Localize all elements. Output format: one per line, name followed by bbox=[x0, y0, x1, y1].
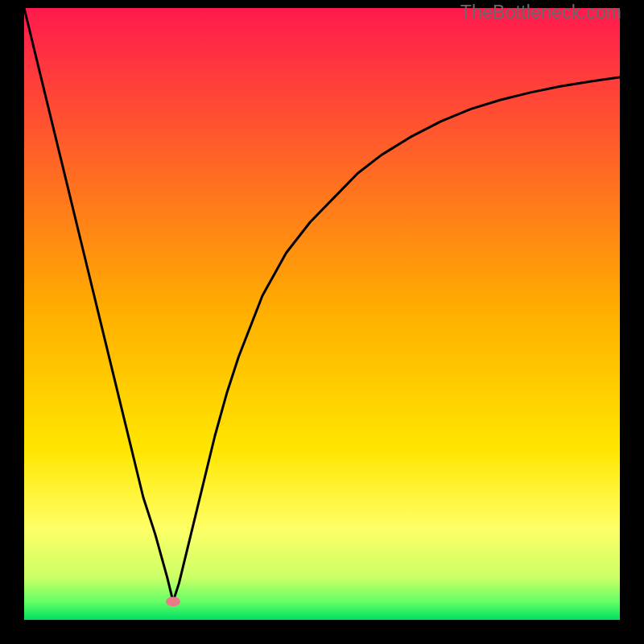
chart-frame bbox=[24, 8, 620, 620]
watermark-text: TheBottleneck.com bbox=[460, 2, 621, 23]
minimum-marker bbox=[166, 597, 180, 606]
chart-background bbox=[24, 8, 620, 620]
chart-svg bbox=[24, 8, 620, 620]
